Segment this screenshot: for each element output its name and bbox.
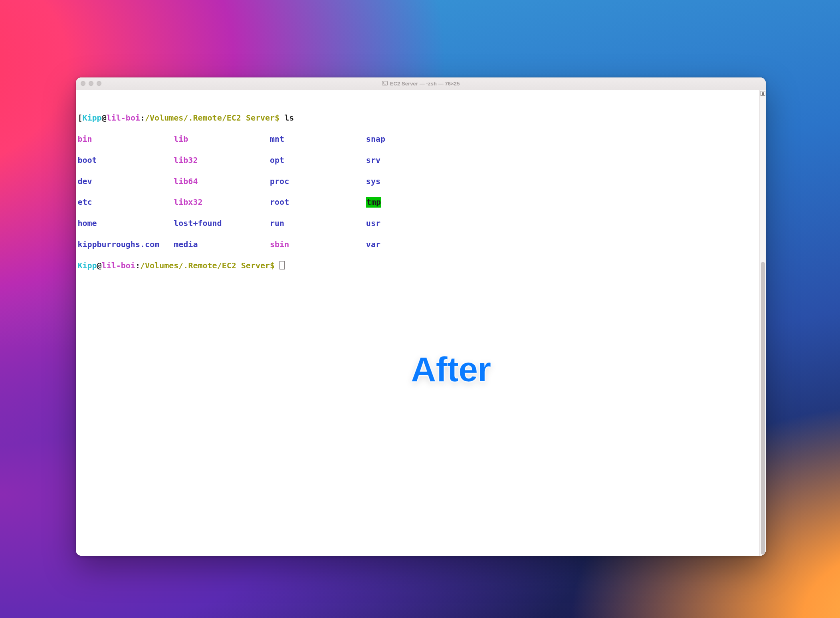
terminal-body[interactable]: [Kipp@lil-boi:/Volumes/.Remote/EC2 Serve… bbox=[76, 90, 765, 556]
zoom-button[interactable] bbox=[97, 81, 101, 86]
command-text: ls bbox=[284, 113, 294, 123]
prompt-at: @ bbox=[102, 113, 107, 123]
prompt-user: Kipp bbox=[82, 113, 101, 123]
overlay-caption: After bbox=[411, 346, 491, 392]
prompt-sigil: $ bbox=[270, 261, 279, 270]
ls-cell: root bbox=[270, 197, 366, 207]
scroll-menu-icon[interactable] bbox=[761, 91, 765, 96]
ls-cell: kippburroughs.com bbox=[77, 239, 174, 250]
ls-cell: tmp bbox=[366, 197, 381, 207]
ls-cell: home bbox=[77, 218, 174, 228]
ls-row: bootlib32optsrv bbox=[77, 155, 757, 165]
prompt-sep: : bbox=[140, 113, 145, 123]
ls-row: homelost+foundrunusr bbox=[77, 218, 757, 228]
traffic-lights bbox=[76, 81, 101, 86]
ls-cell: boot bbox=[77, 155, 174, 165]
scrollbar-thumb[interactable] bbox=[761, 262, 765, 555]
ls-row: binlibmntsnap bbox=[77, 134, 757, 144]
cursor bbox=[279, 261, 284, 269]
svg-rect-0 bbox=[382, 81, 387, 85]
ls-cell: run bbox=[270, 218, 366, 228]
ls-row: etclibx32roottmp bbox=[77, 197, 757, 207]
prompt-sigil: $ bbox=[275, 113, 284, 123]
ls-cell: sys bbox=[366, 176, 380, 186]
window-title-text: EC2 Server — -zsh — 76×25 bbox=[390, 81, 460, 87]
ls-cell: dev bbox=[77, 176, 174, 186]
ls-output: binlibmntsnap bootlib32optsrv devlib64pr… bbox=[77, 134, 757, 250]
ls-cell: media bbox=[174, 239, 270, 250]
ls-cell: usr bbox=[366, 218, 380, 228]
prompt-host: lil-boi bbox=[102, 261, 135, 270]
terminal-window: EC2 Server — -zsh — 76×25 [Kipp@lil-boi:… bbox=[76, 77, 765, 556]
ls-cell: lib32 bbox=[174, 155, 270, 165]
minimize-button[interactable] bbox=[89, 81, 93, 86]
prompt-path: /Volumes/.Remote/EC2 Server bbox=[145, 113, 275, 123]
ls-row: devlib64procsys bbox=[77, 176, 757, 186]
ls-cell: bin bbox=[77, 134, 174, 144]
open-bracket: [ bbox=[77, 113, 82, 123]
ls-row: kippburroughs.commediasbinvar bbox=[77, 239, 757, 250]
prompt-host: lil-boi bbox=[107, 113, 140, 123]
prompt-line-1: [Kipp@lil-boi:/Volumes/.Remote/EC2 Serve… bbox=[77, 113, 757, 123]
ls-cell: opt bbox=[270, 155, 366, 165]
prompt-sep: : bbox=[135, 261, 140, 270]
ls-cell: mnt bbox=[270, 134, 366, 144]
scrollbar[interactable] bbox=[759, 90, 766, 556]
titlebar[interactable]: EC2 Server — -zsh — 76×25 bbox=[76, 77, 765, 90]
ls-cell: srv bbox=[366, 155, 380, 165]
prompt-path: /Volumes/.Remote/EC2 Server bbox=[140, 261, 270, 270]
ls-cell: lib64 bbox=[174, 176, 270, 186]
ls-cell: sbin bbox=[270, 239, 366, 250]
ls-cell: lost+found bbox=[174, 218, 270, 228]
prompt-line-2: Kipp@lil-boi:/Volumes/.Remote/EC2 Server… bbox=[77, 260, 757, 271]
window-title: EC2 Server — -zsh — 76×25 bbox=[76, 81, 765, 87]
prompt-user: Kipp bbox=[77, 261, 97, 270]
ls-cell: var bbox=[366, 239, 380, 250]
prompt-at: @ bbox=[97, 261, 102, 270]
close-button[interactable] bbox=[81, 81, 85, 86]
ls-cell: etc bbox=[77, 197, 174, 207]
ls-cell: lib bbox=[174, 134, 270, 144]
ls-cell: proc bbox=[270, 176, 366, 186]
ls-cell: libx32 bbox=[174, 197, 270, 207]
ls-cell: snap bbox=[366, 134, 385, 144]
terminal-content[interactable]: [Kipp@lil-boi:/Volumes/.Remote/EC2 Serve… bbox=[76, 90, 759, 556]
terminal-icon bbox=[382, 81, 388, 86]
